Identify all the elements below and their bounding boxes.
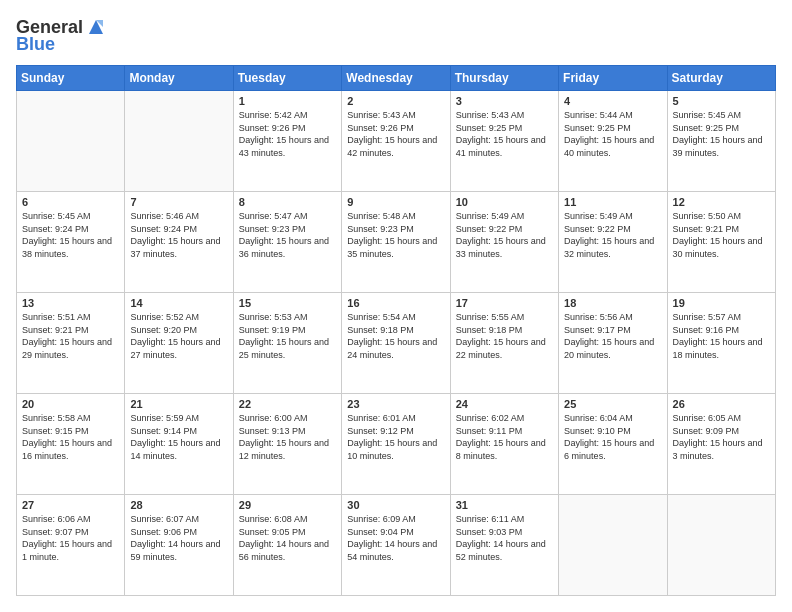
- day-info: Sunrise: 5:46 AMSunset: 9:24 PMDaylight:…: [130, 210, 227, 260]
- day-info: Sunrise: 6:08 AMSunset: 9:05 PMDaylight:…: [239, 513, 336, 563]
- day-number: 18: [564, 297, 661, 309]
- day-number: 21: [130, 398, 227, 410]
- logo-blue: Blue: [16, 34, 55, 55]
- logo-icon: [85, 16, 107, 38]
- day-info: Sunrise: 5:53 AMSunset: 9:19 PMDaylight:…: [239, 311, 336, 361]
- day-number: 16: [347, 297, 444, 309]
- day-info: Sunrise: 6:01 AMSunset: 9:12 PMDaylight:…: [347, 412, 444, 462]
- day-info: Sunrise: 5:56 AMSunset: 9:17 PMDaylight:…: [564, 311, 661, 361]
- calendar-table: SundayMondayTuesdayWednesdayThursdayFrid…: [16, 65, 776, 596]
- day-info: Sunrise: 6:00 AMSunset: 9:13 PMDaylight:…: [239, 412, 336, 462]
- day-number: 25: [564, 398, 661, 410]
- day-number: 26: [673, 398, 770, 410]
- day-info: Sunrise: 5:47 AMSunset: 9:23 PMDaylight:…: [239, 210, 336, 260]
- day-number: 15: [239, 297, 336, 309]
- weekday-header: Thursday: [450, 66, 558, 91]
- day-number: 31: [456, 499, 553, 511]
- calendar-cell: 11Sunrise: 5:49 AMSunset: 9:22 PMDayligh…: [559, 192, 667, 293]
- calendar-cell: 23Sunrise: 6:01 AMSunset: 9:12 PMDayligh…: [342, 394, 450, 495]
- day-number: 11: [564, 196, 661, 208]
- calendar-cell: 1Sunrise: 5:42 AMSunset: 9:26 PMDaylight…: [233, 91, 341, 192]
- calendar-cell: [667, 495, 775, 596]
- day-number: 5: [673, 95, 770, 107]
- day-number: 20: [22, 398, 119, 410]
- logo: General Blue: [16, 16, 107, 55]
- weekday-header: Tuesday: [233, 66, 341, 91]
- weekday-header: Wednesday: [342, 66, 450, 91]
- calendar-cell: 12Sunrise: 5:50 AMSunset: 9:21 PMDayligh…: [667, 192, 775, 293]
- calendar-cell: 21Sunrise: 5:59 AMSunset: 9:14 PMDayligh…: [125, 394, 233, 495]
- day-info: Sunrise: 5:55 AMSunset: 9:18 PMDaylight:…: [456, 311, 553, 361]
- calendar-cell: 18Sunrise: 5:56 AMSunset: 9:17 PMDayligh…: [559, 293, 667, 394]
- calendar-cell: 8Sunrise: 5:47 AMSunset: 9:23 PMDaylight…: [233, 192, 341, 293]
- day-number: 1: [239, 95, 336, 107]
- weekday-header: Friday: [559, 66, 667, 91]
- weekday-header: Sunday: [17, 66, 125, 91]
- day-number: 2: [347, 95, 444, 107]
- weekday-header: Monday: [125, 66, 233, 91]
- weekday-header: Saturday: [667, 66, 775, 91]
- day-number: 13: [22, 297, 119, 309]
- calendar-cell: 14Sunrise: 5:52 AMSunset: 9:20 PMDayligh…: [125, 293, 233, 394]
- calendar-cell: [17, 91, 125, 192]
- day-number: 10: [456, 196, 553, 208]
- calendar-cell: 9Sunrise: 5:48 AMSunset: 9:23 PMDaylight…: [342, 192, 450, 293]
- day-number: 23: [347, 398, 444, 410]
- day-info: Sunrise: 5:54 AMSunset: 9:18 PMDaylight:…: [347, 311, 444, 361]
- day-number: 14: [130, 297, 227, 309]
- day-number: 28: [130, 499, 227, 511]
- day-number: 27: [22, 499, 119, 511]
- calendar-cell: 15Sunrise: 5:53 AMSunset: 9:19 PMDayligh…: [233, 293, 341, 394]
- calendar-cell: 29Sunrise: 6:08 AMSunset: 9:05 PMDayligh…: [233, 495, 341, 596]
- day-number: 22: [239, 398, 336, 410]
- day-info: Sunrise: 5:45 AMSunset: 9:25 PMDaylight:…: [673, 109, 770, 159]
- day-info: Sunrise: 5:45 AMSunset: 9:24 PMDaylight:…: [22, 210, 119, 260]
- calendar-cell: 10Sunrise: 5:49 AMSunset: 9:22 PMDayligh…: [450, 192, 558, 293]
- calendar-cell: 5Sunrise: 5:45 AMSunset: 9:25 PMDaylight…: [667, 91, 775, 192]
- day-number: 8: [239, 196, 336, 208]
- calendar-cell: 22Sunrise: 6:00 AMSunset: 9:13 PMDayligh…: [233, 394, 341, 495]
- day-number: 17: [456, 297, 553, 309]
- day-info: Sunrise: 6:07 AMSunset: 9:06 PMDaylight:…: [130, 513, 227, 563]
- day-info: Sunrise: 5:49 AMSunset: 9:22 PMDaylight:…: [564, 210, 661, 260]
- day-info: Sunrise: 5:48 AMSunset: 9:23 PMDaylight:…: [347, 210, 444, 260]
- day-number: 29: [239, 499, 336, 511]
- day-info: Sunrise: 5:44 AMSunset: 9:25 PMDaylight:…: [564, 109, 661, 159]
- header: General Blue: [16, 16, 776, 55]
- day-info: Sunrise: 5:57 AMSunset: 9:16 PMDaylight:…: [673, 311, 770, 361]
- day-info: Sunrise: 5:59 AMSunset: 9:14 PMDaylight:…: [130, 412, 227, 462]
- day-number: 12: [673, 196, 770, 208]
- day-number: 30: [347, 499, 444, 511]
- day-number: 4: [564, 95, 661, 107]
- day-number: 7: [130, 196, 227, 208]
- calendar-cell: 7Sunrise: 5:46 AMSunset: 9:24 PMDaylight…: [125, 192, 233, 293]
- day-info: Sunrise: 5:58 AMSunset: 9:15 PMDaylight:…: [22, 412, 119, 462]
- day-info: Sunrise: 5:50 AMSunset: 9:21 PMDaylight:…: [673, 210, 770, 260]
- day-info: Sunrise: 6:06 AMSunset: 9:07 PMDaylight:…: [22, 513, 119, 563]
- day-info: Sunrise: 5:43 AMSunset: 9:25 PMDaylight:…: [456, 109, 553, 159]
- day-number: 19: [673, 297, 770, 309]
- calendar-cell: 26Sunrise: 6:05 AMSunset: 9:09 PMDayligh…: [667, 394, 775, 495]
- day-number: 6: [22, 196, 119, 208]
- calendar-cell: 17Sunrise: 5:55 AMSunset: 9:18 PMDayligh…: [450, 293, 558, 394]
- calendar-cell: 30Sunrise: 6:09 AMSunset: 9:04 PMDayligh…: [342, 495, 450, 596]
- day-info: Sunrise: 5:51 AMSunset: 9:21 PMDaylight:…: [22, 311, 119, 361]
- day-info: Sunrise: 5:49 AMSunset: 9:22 PMDaylight:…: [456, 210, 553, 260]
- day-info: Sunrise: 5:42 AMSunset: 9:26 PMDaylight:…: [239, 109, 336, 159]
- calendar-cell: 19Sunrise: 5:57 AMSunset: 9:16 PMDayligh…: [667, 293, 775, 394]
- day-number: 9: [347, 196, 444, 208]
- calendar-cell: [125, 91, 233, 192]
- page: General Blue SundayMondayTuesdayWednesda…: [0, 0, 792, 612]
- calendar-cell: 25Sunrise: 6:04 AMSunset: 9:10 PMDayligh…: [559, 394, 667, 495]
- day-info: Sunrise: 5:52 AMSunset: 9:20 PMDaylight:…: [130, 311, 227, 361]
- day-info: Sunrise: 6:09 AMSunset: 9:04 PMDaylight:…: [347, 513, 444, 563]
- calendar-cell: 27Sunrise: 6:06 AMSunset: 9:07 PMDayligh…: [17, 495, 125, 596]
- calendar-cell: 24Sunrise: 6:02 AMSunset: 9:11 PMDayligh…: [450, 394, 558, 495]
- calendar-cell: 4Sunrise: 5:44 AMSunset: 9:25 PMDaylight…: [559, 91, 667, 192]
- day-info: Sunrise: 6:04 AMSunset: 9:10 PMDaylight:…: [564, 412, 661, 462]
- calendar-cell: 2Sunrise: 5:43 AMSunset: 9:26 PMDaylight…: [342, 91, 450, 192]
- calendar-cell: 13Sunrise: 5:51 AMSunset: 9:21 PMDayligh…: [17, 293, 125, 394]
- calendar-cell: 3Sunrise: 5:43 AMSunset: 9:25 PMDaylight…: [450, 91, 558, 192]
- calendar-cell: 6Sunrise: 5:45 AMSunset: 9:24 PMDaylight…: [17, 192, 125, 293]
- calendar-cell: 28Sunrise: 6:07 AMSunset: 9:06 PMDayligh…: [125, 495, 233, 596]
